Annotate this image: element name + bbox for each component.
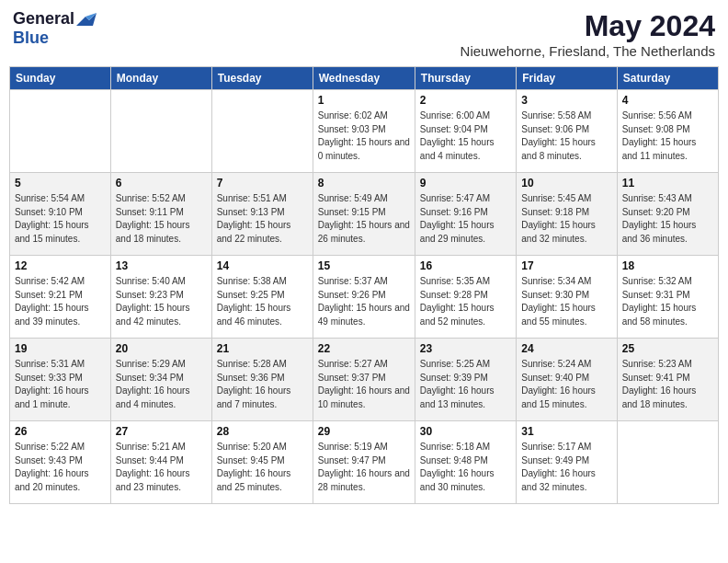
day-number: 14 — [217, 259, 308, 272]
calendar-cell: 21Sunrise: 5:28 AMSunset: 9:36 PMDayligh… — [211, 339, 313, 421]
day-number: 2 — [420, 94, 511, 107]
calendar-cell: 14Sunrise: 5:38 AMSunset: 9:25 PMDayligh… — [211, 256, 313, 339]
calendar-cell — [10, 90, 111, 173]
day-info: Sunrise: 5:17 AMSunset: 9:49 PMDaylight:… — [521, 441, 611, 494]
day-number: 21 — [217, 342, 308, 355]
day-number: 6 — [116, 177, 207, 190]
day-info: Sunrise: 5:40 AMSunset: 9:23 PMDaylight:… — [116, 275, 207, 328]
day-number: 19 — [15, 342, 106, 355]
calendar-cell: 4Sunrise: 5:56 AMSunset: 9:08 PMDaylight… — [617, 90, 718, 173]
day-info: Sunrise: 6:00 AMSunset: 9:04 PMDaylight:… — [420, 109, 511, 163]
day-of-week-header: Friday — [517, 67, 617, 90]
day-info: Sunrise: 5:38 AMSunset: 9:25 PMDaylight:… — [217, 275, 308, 328]
day-number: 12 — [15, 259, 106, 272]
day-info: Sunrise: 5:25 AMSunset: 9:39 PMDaylight:… — [420, 358, 511, 411]
calendar-week-row: 26Sunrise: 5:22 AMSunset: 9:43 PMDayligh… — [10, 421, 719, 504]
calendar-cell: 20Sunrise: 5:29 AMSunset: 9:34 PMDayligh… — [110, 339, 211, 421]
calendar-cell: 9Sunrise: 5:47 AMSunset: 9:16 PMDaylight… — [415, 173, 516, 256]
calendar-cell: 24Sunrise: 5:24 AMSunset: 9:40 PMDayligh… — [517, 339, 617, 421]
calendar-cell: 5Sunrise: 5:54 AMSunset: 9:10 PMDaylight… — [10, 173, 111, 256]
day-info: Sunrise: 6:02 AMSunset: 9:03 PMDaylight:… — [318, 109, 410, 163]
calendar-cell: 13Sunrise: 5:40 AMSunset: 9:23 PMDayligh… — [110, 256, 211, 339]
day-number: 26 — [15, 425, 106, 438]
day-number: 28 — [217, 425, 308, 438]
calendar-week-row: 1Sunrise: 6:02 AMSunset: 9:03 PMDaylight… — [10, 90, 719, 173]
day-info: Sunrise: 5:43 AMSunset: 9:20 PMDaylight:… — [622, 192, 713, 246]
day-info: Sunrise: 5:58 AMSunset: 9:06 PMDaylight:… — [521, 109, 611, 163]
calendar-cell — [110, 90, 211, 173]
logo: General Blue — [13, 9, 97, 48]
day-of-week-header: Wednesday — [313, 67, 415, 90]
calendar-cell: 22Sunrise: 5:27 AMSunset: 9:37 PMDayligh… — [313, 339, 415, 421]
day-info: Sunrise: 5:56 AMSunset: 9:08 PMDaylight:… — [622, 109, 713, 163]
day-number: 20 — [116, 342, 207, 355]
day-info: Sunrise: 5:37 AMSunset: 9:26 PMDaylight:… — [318, 275, 410, 328]
day-number: 31 — [521, 425, 611, 438]
calendar-cell: 30Sunrise: 5:18 AMSunset: 9:48 PMDayligh… — [415, 421, 516, 504]
day-number: 1 — [318, 94, 410, 107]
calendar-cell: 8Sunrise: 5:49 AMSunset: 9:15 PMDaylight… — [313, 173, 415, 256]
calendar-week-row: 5Sunrise: 5:54 AMSunset: 9:10 PMDaylight… — [10, 173, 719, 256]
logo-blue-text: Blue — [13, 29, 49, 47]
calendar-cell: 11Sunrise: 5:43 AMSunset: 9:20 PMDayligh… — [617, 173, 718, 256]
day-number: 16 — [420, 259, 511, 272]
day-info: Sunrise: 5:19 AMSunset: 9:47 PMDaylight:… — [318, 441, 410, 494]
calendar-cell: 16Sunrise: 5:35 AMSunset: 9:28 PMDayligh… — [415, 256, 516, 339]
day-number: 5 — [15, 177, 106, 190]
calendar-cell: 18Sunrise: 5:32 AMSunset: 9:31 PMDayligh… — [617, 256, 718, 339]
calendar-week-row: 19Sunrise: 5:31 AMSunset: 9:33 PMDayligh… — [10, 339, 719, 421]
calendar-cell: 27Sunrise: 5:21 AMSunset: 9:44 PMDayligh… — [110, 421, 211, 504]
day-number: 30 — [420, 425, 511, 438]
day-info: Sunrise: 5:27 AMSunset: 9:37 PMDaylight:… — [318, 358, 410, 411]
calendar-cell: 19Sunrise: 5:31 AMSunset: 9:33 PMDayligh… — [10, 339, 111, 421]
day-of-week-header: Saturday — [617, 67, 718, 90]
day-number: 8 — [318, 177, 410, 190]
day-info: Sunrise: 5:22 AMSunset: 9:43 PMDaylight:… — [15, 441, 106, 494]
day-number: 7 — [217, 177, 308, 190]
day-number: 13 — [116, 259, 207, 272]
day-number: 15 — [318, 259, 410, 272]
day-info: Sunrise: 5:24 AMSunset: 9:40 PMDaylight:… — [521, 358, 611, 411]
day-info: Sunrise: 5:51 AMSunset: 9:13 PMDaylight:… — [217, 192, 308, 246]
calendar-cell: 7Sunrise: 5:51 AMSunset: 9:13 PMDaylight… — [211, 173, 313, 256]
logo-bird-icon — [76, 13, 97, 28]
calendar-week-row: 12Sunrise: 5:42 AMSunset: 9:21 PMDayligh… — [10, 256, 719, 339]
day-number: 25 — [622, 342, 713, 355]
logo-general-text: General — [13, 9, 74, 29]
day-info: Sunrise: 5:23 AMSunset: 9:41 PMDaylight:… — [622, 358, 713, 411]
page-header: General Blue May 2024 Nieuwehorne, Fries… — [9, 9, 719, 59]
day-info: Sunrise: 5:47 AMSunset: 9:16 PMDaylight:… — [420, 192, 511, 246]
day-number: 10 — [521, 177, 611, 190]
day-number: 27 — [116, 425, 207, 438]
calendar-cell: 2Sunrise: 6:00 AMSunset: 9:04 PMDaylight… — [415, 90, 516, 173]
day-number: 11 — [622, 177, 713, 190]
calendar-cell: 12Sunrise: 5:42 AMSunset: 9:21 PMDayligh… — [10, 256, 111, 339]
calendar-cell — [617, 421, 718, 504]
day-number: 22 — [318, 342, 410, 355]
day-number: 3 — [521, 94, 611, 107]
day-number: 4 — [622, 94, 713, 107]
calendar-cell: 25Sunrise: 5:23 AMSunset: 9:41 PMDayligh… — [617, 339, 718, 421]
calendar-cell: 29Sunrise: 5:19 AMSunset: 9:47 PMDayligh… — [313, 421, 415, 504]
day-info: Sunrise: 5:35 AMSunset: 9:28 PMDaylight:… — [420, 275, 511, 328]
day-number: 23 — [420, 342, 511, 355]
day-info: Sunrise: 5:52 AMSunset: 9:11 PMDaylight:… — [116, 192, 207, 246]
day-info: Sunrise: 5:54 AMSunset: 9:10 PMDaylight:… — [15, 192, 106, 246]
calendar-cell — [211, 90, 313, 173]
day-info: Sunrise: 5:21 AMSunset: 9:44 PMDaylight:… — [116, 441, 207, 494]
day-info: Sunrise: 5:32 AMSunset: 9:31 PMDaylight:… — [622, 275, 713, 328]
day-of-week-header: Thursday — [415, 67, 516, 90]
day-number: 18 — [622, 259, 713, 272]
calendar-table: SundayMondayTuesdayWednesdayThursdayFrid… — [9, 66, 719, 504]
calendar-cell: 26Sunrise: 5:22 AMSunset: 9:43 PMDayligh… — [10, 421, 111, 504]
day-of-week-header: Monday — [110, 67, 211, 90]
day-info: Sunrise: 5:29 AMSunset: 9:34 PMDaylight:… — [116, 358, 207, 411]
calendar-cell: 3Sunrise: 5:58 AMSunset: 9:06 PMDaylight… — [517, 90, 617, 173]
calendar-cell: 23Sunrise: 5:25 AMSunset: 9:39 PMDayligh… — [415, 339, 516, 421]
day-info: Sunrise: 5:28 AMSunset: 9:36 PMDaylight:… — [217, 358, 308, 411]
day-number: 9 — [420, 177, 511, 190]
calendar-cell: 17Sunrise: 5:34 AMSunset: 9:30 PMDayligh… — [517, 256, 617, 339]
calendar-header-row: SundayMondayTuesdayWednesdayThursdayFrid… — [10, 67, 719, 90]
calendar-cell: 6Sunrise: 5:52 AMSunset: 9:11 PMDaylight… — [110, 173, 211, 256]
day-number: 17 — [521, 259, 611, 272]
